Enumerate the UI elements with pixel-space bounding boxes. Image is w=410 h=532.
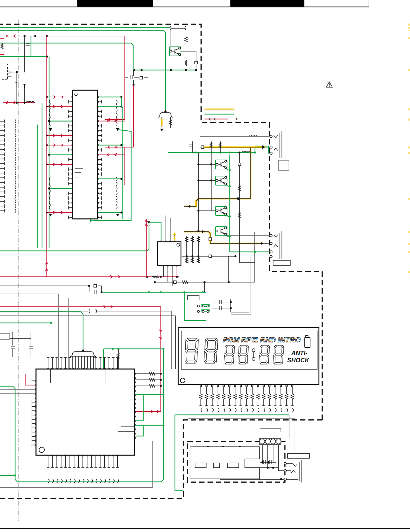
- wire-segment: [198, 147, 251, 199]
- label-box: [188, 295, 199, 300]
- connector-hook-icon: [15, 119, 16, 123]
- qfp-ic: [36, 369, 135, 455]
- connector-pin: [274, 385, 276, 387]
- junction-dot: [229, 215, 231, 218]
- ground-bracket-icon: [160, 112, 171, 116]
- connector-hook-icon: [89, 309, 90, 313]
- resistor-icon: [274, 394, 276, 399]
- connector-pin: [291, 385, 293, 387]
- connector-hook-icon: [15, 152, 16, 156]
- transistor-icon: [216, 206, 227, 215]
- junction-dot: [195, 152, 197, 154]
- resistor-icon: [205, 394, 208, 399]
- wire-color-legend: +: [204, 109, 238, 122]
- connector-pin: [263, 385, 264, 387]
- resistor-icon: [182, 281, 188, 284]
- lcd-antishock-line2: SHOCK: [287, 357, 310, 364]
- transistor-icon: [216, 176, 227, 185]
- connector-pin: [217, 385, 219, 387]
- junction-dot: [120, 178, 122, 180]
- connector-pin: [257, 385, 259, 387]
- connector-hook-icon: [15, 195, 16, 199]
- connector-hook-icon: [116, 205, 117, 209]
- connector-hook-icon: [15, 199, 16, 203]
- connector-hook-icon: [15, 180, 16, 185]
- connector-hook-icon: [15, 162, 16, 166]
- connector-hook-icon: [116, 196, 117, 200]
- remote-connector: [259, 428, 281, 444]
- junction-dot: [210, 163, 212, 165]
- connector-pin: [8, 71, 10, 73]
- connector-pin: [202, 305, 204, 307]
- junction-dot: [112, 348, 114, 350]
- arrow-icon: [116, 214, 119, 217]
- resistor-icon: [285, 394, 288, 399]
- junction-dot: [48, 154, 50, 156]
- label-box: [288, 454, 309, 458]
- wire-segment: [93, 130, 131, 221]
- connector-pin: [228, 385, 230, 387]
- junction-dot: [238, 152, 240, 154]
- wire-segment: [135, 395, 143, 420]
- legend-plus-label: +: [235, 117, 238, 122]
- junction-dot: [120, 144, 122, 146]
- lcd-indicator-rnd: RND: [260, 336, 276, 343]
- line-out-connector: [270, 131, 289, 170]
- connector-pin: [207, 305, 209, 307]
- resistor-icon: [211, 394, 214, 399]
- dip-ic: [73, 90, 98, 219]
- connector-hook-icon: [15, 176, 16, 180]
- headphone-jack: [284, 460, 302, 483]
- arrow-icon: [261, 242, 263, 245]
- connector-hook-icon: [224, 408, 225, 412]
- connector-hook-icon: [235, 408, 236, 412]
- resistor-icon: [268, 394, 271, 399]
- junction-dot: [154, 281, 156, 283]
- switch-unit: [190, 428, 309, 483]
- redaction-bar: [230, 0, 304, 7]
- transistor-icon: [170, 47, 181, 56]
- junction-dot: [160, 373, 162, 375]
- connector-pin: [202, 310, 204, 312]
- transistor-icon: [216, 227, 227, 236]
- junction-dot: [16, 102, 18, 104]
- connector-pin: [211, 385, 213, 387]
- arrow-icon: [188, 205, 190, 208]
- connector-hook-icon: [287, 408, 288, 412]
- connector-hook-icon: [116, 191, 117, 195]
- junction-dot: [14, 474, 16, 476]
- wire-segment: [210, 240, 263, 243]
- junction-dot: [229, 236, 231, 238]
- connector-pin: [207, 310, 209, 312]
- connector-pin: [286, 385, 287, 387]
- resistor-icon: [234, 394, 236, 399]
- connector-pin: [268, 385, 270, 387]
- wire-segment: [135, 425, 143, 436]
- crystal-subcircuit-box: [0, 64, 7, 80]
- resistor-icon: [149, 385, 155, 387]
- connector-hook-icon: [15, 204, 16, 208]
- resistor-icon: [251, 394, 254, 399]
- junction-dot: [160, 291, 162, 293]
- junction-dot: [160, 385, 162, 387]
- component-box-icon: [140, 76, 143, 79]
- lcd-antishock-line1: ANTI-: [291, 350, 307, 357]
- connector-pin: [200, 385, 201, 387]
- connector-hook-icon: [15, 133, 16, 137]
- junction-dot: [272, 467, 274, 469]
- lcd-indicator-intro: INTRO: [278, 336, 301, 343]
- connector-hook-icon: [15, 124, 16, 128]
- warning-triangle-icon: [326, 82, 332, 87]
- resistor-icon: [152, 275, 159, 278]
- connector-hook-icon: [116, 182, 117, 186]
- junction-dot: [160, 276, 162, 278]
- junction-dot: [267, 467, 269, 469]
- arrow-icon: [202, 230, 204, 233]
- connector-hook-icon: [281, 408, 282, 412]
- connector-hook-icon: [201, 408, 202, 412]
- connector-hook-icon: [15, 185, 16, 189]
- servo-ic: [157, 242, 181, 265]
- ground-bracket-icon: [72, 352, 94, 355]
- component-box-icon: [174, 281, 176, 284]
- pin1-indicator-icon: [39, 447, 44, 453]
